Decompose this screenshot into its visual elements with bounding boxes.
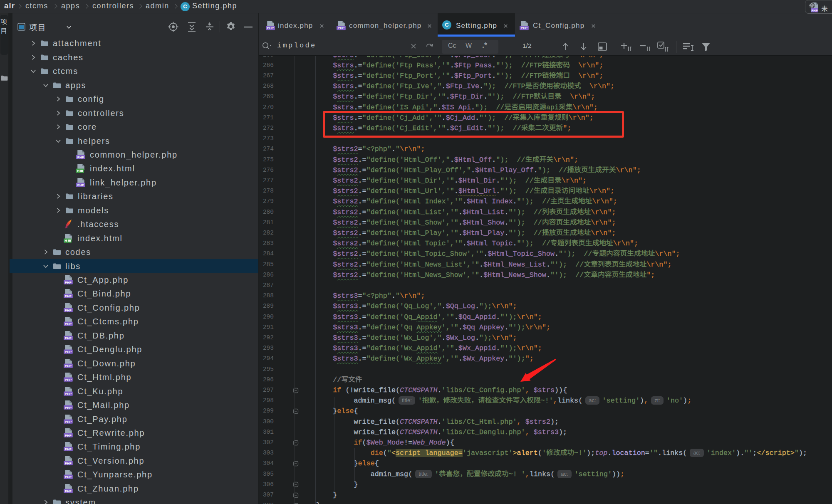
svg-text:PHP: PHP: [77, 156, 84, 159]
svg-text:PHP: PHP: [65, 447, 72, 451]
svg-text:PHP: PHP: [65, 462, 72, 465]
svg-text:PHP: PHP: [65, 309, 72, 312]
svg-text:PHP: PHP: [65, 378, 72, 382]
svg-text:PHP: PHP: [65, 322, 72, 326]
svg-text:PHP: PHP: [77, 183, 84, 187]
svg-text:PHP: PHP: [65, 489, 72, 493]
svg-text:PHP: PHP: [65, 434, 72, 437]
svg-text:PHP: PHP: [65, 392, 72, 396]
svg-text:PHP: PHP: [521, 26, 528, 30]
svg-text:PHP: PHP: [65, 350, 72, 354]
svg-text:PHP: PHP: [338, 26, 345, 30]
svg-text:PHP: PHP: [267, 26, 274, 30]
svg-text:PHP: PHP: [65, 406, 72, 410]
svg-text:PHP: PHP: [65, 336, 72, 340]
svg-text:PHP: PHP: [65, 364, 72, 368]
svg-text:H: H: [64, 239, 67, 243]
svg-text:PHP: PHP: [811, 9, 817, 12]
svg-text:PHP: PHP: [65, 294, 72, 298]
svg-text:PHP: PHP: [65, 420, 72, 423]
svg-text:H: H: [77, 169, 79, 173]
svg-text:PHP: PHP: [65, 475, 72, 479]
svg-text:PHP: PHP: [65, 281, 72, 284]
